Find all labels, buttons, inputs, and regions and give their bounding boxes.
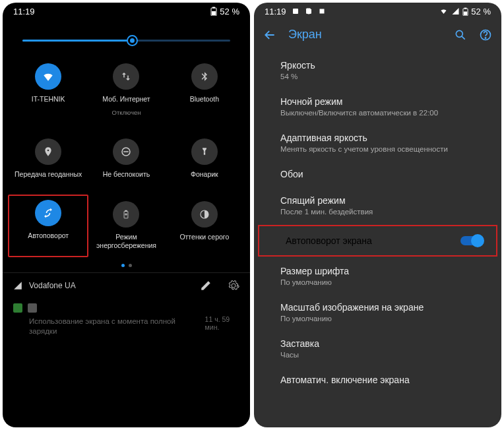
setting-sub: По умолчанию (280, 278, 488, 286)
tile-label: Моб. Интернет (102, 95, 150, 104)
setting-title: Спящий режим (280, 195, 488, 206)
battery-saver-icon (113, 201, 139, 228)
battery-percentage: 52 % (471, 7, 491, 16)
help-icon[interactable] (479, 28, 492, 42)
setting-display-scale[interactable]: Масштаб изображения на экране По умолчан… (254, 294, 501, 330)
tile-label: Режим энергосбережения (88, 233, 164, 250)
setting-adaptive-brightness[interactable]: Адаптивная яркость Менять яркость с учет… (254, 125, 501, 161)
tile-bluetooth[interactable]: Bluetooth (166, 58, 243, 121)
svg-rect-13 (464, 7, 467, 9)
tile-label: Не беспокоить (103, 170, 150, 179)
tile-location[interactable]: Передача геоданных (9, 133, 87, 184)
setting-sub: Часы (280, 351, 488, 359)
svg-rect-2 (212, 11, 216, 15)
notif-icon (292, 7, 299, 15)
tile-flashlight[interactable]: Фонарик (166, 133, 243, 184)
status-bar: 11:19 52 % (254, 3, 501, 20)
status-bar: 11:19 52 % (3, 3, 250, 20)
tile-grayscale[interactable]: Оттенки серого (166, 196, 243, 255)
setting-title: Масштаб изображения на экране (280, 302, 488, 313)
setting-wallpaper[interactable]: Обои (254, 161, 501, 187)
brightness-thumb[interactable] (127, 35, 138, 46)
tile-label: IT-TEHNIK (32, 95, 65, 104)
tile-label: Bluetooth (190, 95, 219, 104)
signal-icon (13, 281, 22, 290)
status-time: 11:19 (13, 7, 35, 16)
notification-text: Использование экрана с момента полной за… (3, 315, 205, 342)
app-status-icon (318, 7, 326, 15)
location-icon (35, 138, 61, 165)
setting-sub: Менять яркость с учетом уровня освещенно… (280, 145, 488, 153)
qs-footer: Vodafone UA (3, 272, 250, 298)
tile-label: Автоповорот (28, 231, 69, 240)
svg-rect-14 (464, 11, 467, 15)
setting-title: Заставка (280, 338, 488, 349)
setting-title: Автоповорот экрана (286, 235, 372, 246)
setting-title: Ночной режим (280, 96, 488, 107)
back-icon[interactable] (263, 28, 276, 42)
search-icon[interactable] (454, 28, 467, 42)
evernote-icon (13, 303, 22, 313)
svg-rect-6 (125, 210, 127, 211)
display-settings-screen: 11:19 52 % Эк (254, 3, 501, 427)
status-time: 11:19 (265, 7, 286, 16)
battery-icon (210, 7, 217, 16)
tile-label: Оттенки серого (179, 233, 229, 241)
signal-icon (451, 7, 460, 15)
bluetooth-icon (191, 63, 218, 90)
tile-battery-saver[interactable]: Режим энергосбережения (87, 196, 165, 255)
tile-wifi[interactable]: IT-TEHNIK (9, 58, 87, 121)
wifi-icon (439, 7, 449, 15)
setting-font-size[interactable]: Размер шрифта По умолчанию (254, 258, 501, 294)
setting-night-mode[interactable]: Ночной режим Выключен/Включится автомати… (254, 88, 501, 125)
setting-sub: По умолчанию (280, 315, 488, 322)
svg-point-16 (456, 30, 462, 37)
tile-label: Передача геоданных (15, 170, 82, 179)
grayscale-icon (191, 201, 218, 228)
flashlight-icon (191, 138, 218, 165)
setting-sleep[interactable]: Спящий режим После 1 мин. бездействия (254, 187, 501, 224)
autorotate-toggle[interactable] (460, 236, 483, 245)
quick-settings-grid: IT-TEHNIK Моб. Интернет Отключен Bluetoo… (3, 48, 250, 256)
settings-list: Яркость 54 % Ночной режим Выключен/Включ… (254, 49, 501, 396)
svg-rect-11 (319, 9, 324, 14)
svg-rect-1 (212, 7, 215, 9)
wifi-icon (35, 63, 61, 90)
setting-title: Автоматич. включение экрана (280, 375, 488, 385)
setting-autorotate[interactable]: Автоповорот экрана (258, 225, 497, 257)
setting-title: Обои (280, 169, 488, 179)
data-icon (113, 63, 139, 90)
tile-autorotate[interactable]: Автоповорот (8, 195, 88, 257)
setting-title: Яркость (280, 60, 488, 71)
svg-line-17 (462, 36, 465, 40)
gear-icon[interactable] (228, 280, 239, 292)
carrier-label: Vodafone UA (29, 281, 76, 290)
tile-label: Фонарик (191, 170, 218, 179)
evernote-status-icon (305, 7, 313, 15)
quick-settings-panel: 11:19 52 % IT-TEHNIK Моб. Интернет (3, 3, 250, 427)
setting-sub: Выключен/Включится автоматически в 22:00 (280, 109, 488, 117)
edit-icon[interactable] (200, 280, 212, 292)
setting-auto-screen-on[interactable]: Автоматич. включение экрана (254, 367, 501, 393)
setting-screensaver[interactable]: Заставка Часы (254, 330, 501, 367)
tile-dnd[interactable]: Не беспокоить (87, 133, 165, 184)
setting-title: Адаптивная яркость (280, 133, 488, 143)
appbar-title: Экран (288, 28, 442, 42)
setting-title: Размер шрифта (280, 266, 488, 276)
tile-mobile-data[interactable]: Моб. Интернет Отключен (87, 58, 165, 121)
setting-sub: После 1 мин. бездействия (280, 208, 488, 216)
app-icon (28, 303, 37, 313)
setting-brightness[interactable]: Яркость 54 % (254, 52, 501, 88)
svg-point-19 (485, 37, 486, 38)
notification-elapsed: 11 ч. 59 мин. (205, 315, 250, 331)
battery-percentage: 52 % (220, 7, 239, 16)
notification-header[interactable] (3, 298, 250, 315)
battery-icon (462, 7, 468, 16)
svg-rect-10 (293, 9, 298, 14)
appbar: Экран (254, 20, 501, 49)
setting-sub: 54 % (280, 73, 488, 80)
brightness-slider[interactable] (3, 20, 250, 48)
autorotate-icon (35, 200, 61, 226)
tile-sublabel: Отключен (112, 109, 141, 116)
page-indicator (3, 256, 250, 272)
